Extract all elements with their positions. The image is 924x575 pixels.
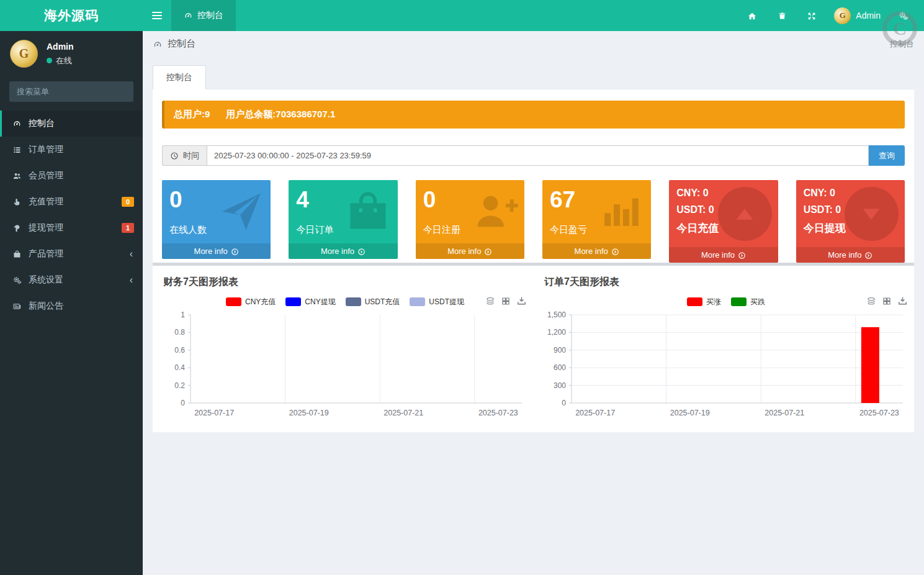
sidebar-item-4[interactable]: 提现管理1 xyxy=(0,215,143,241)
chart-legend: 买涨买跌 xyxy=(543,295,909,309)
users-icon xyxy=(12,171,22,181)
more-info-link[interactable]: More info xyxy=(289,243,397,259)
fullscreen-button[interactable] xyxy=(799,0,824,31)
save-image-button[interactable] xyxy=(516,295,527,306)
legend-item-CNY充值[interactable]: CNY充值 xyxy=(226,297,276,307)
sidebar-item-3[interactable]: 充值管理0 xyxy=(0,189,143,215)
more-info-link[interactable]: More info xyxy=(796,247,905,263)
stat-value: 4 xyxy=(296,188,390,213)
gauge-icon xyxy=(153,40,163,50)
arrow-circle-icon xyxy=(357,248,366,256)
grid-icon xyxy=(501,296,511,306)
sidebar-item-7[interactable]: 新闻公告 xyxy=(0,293,143,319)
time-filter: 时间 查询 xyxy=(162,145,905,166)
brand-logo[interactable]: 海外源码 xyxy=(0,0,143,31)
chart-canvas[interactable]: 00.20.40.60.812025-07-172025-07-192025-0… xyxy=(162,310,528,420)
chart-title: 订单7天图形报表 xyxy=(544,276,909,289)
sidebar-item-label: 产品管理 xyxy=(29,248,63,260)
arrow-circle-icon xyxy=(864,251,872,260)
stat-label: 今日充值 xyxy=(676,221,770,235)
svg-text:0: 0 xyxy=(181,399,185,407)
chevron-left-icon: ‹ xyxy=(130,249,133,259)
sidebar-item-1[interactable]: 订单管理 xyxy=(0,137,143,163)
expand-icon xyxy=(807,10,817,20)
download-icon xyxy=(897,296,908,306)
more-info-link[interactable]: More info xyxy=(162,243,271,259)
legend-item-买跌[interactable]: 买跌 xyxy=(731,297,765,307)
sidebar-item-label: 提现管理 xyxy=(29,222,63,233)
avatar: G xyxy=(834,7,851,24)
clock-icon xyxy=(170,152,179,160)
info-box-3: 67今日盈亏More info xyxy=(542,180,651,259)
navbar-tab-dashboard[interactable]: 控制台 xyxy=(171,0,236,31)
hand-down-icon xyxy=(12,224,22,233)
legend-label: USDT充值 xyxy=(365,297,400,307)
tab-dashboard[interactable]: 控制台 xyxy=(153,65,206,89)
sidebar-item-2[interactable]: 会员管理 xyxy=(0,163,143,189)
svg-text:2025-07-19: 2025-07-19 xyxy=(289,409,329,417)
sidebar-item-5[interactable]: 产品管理‹ xyxy=(0,241,143,267)
svg-text:2025-07-21: 2025-07-21 xyxy=(384,409,423,417)
legend-item-USDT充值[interactable]: USDT充值 xyxy=(346,297,400,307)
legend-item-CNY提现[interactable]: CNY提现 xyxy=(285,297,335,307)
sidebar-item-0[interactable]: 控制台 xyxy=(0,111,143,137)
grid-icon xyxy=(882,296,892,306)
sidebar-item-label: 会员管理 xyxy=(29,170,63,181)
sidebar: G Admin 在线 控制台订单管理会员管理充值管理0提现管理1产品管理‹系统设… xyxy=(0,31,143,575)
gears-icon xyxy=(12,276,22,285)
trash-icon xyxy=(778,11,787,21)
trash-button[interactable] xyxy=(769,0,794,31)
svg-text:1,500: 1,500 xyxy=(547,310,566,319)
svg-text:2025-07-19: 2025-07-19 xyxy=(670,409,710,417)
stack-toggle-button[interactable] xyxy=(866,295,876,306)
stat-value: 0 xyxy=(169,188,263,213)
stat-label: 今日订单 xyxy=(296,224,390,236)
legend-item-USDT提现[interactable]: USDT提现 xyxy=(410,297,464,307)
sidebar-item-6[interactable]: 系统设置‹ xyxy=(0,267,143,293)
stack-icon xyxy=(866,296,876,306)
data-view-button[interactable] xyxy=(501,295,511,306)
chart-toolbox xyxy=(866,295,908,306)
arrow-circle-icon xyxy=(231,248,239,256)
home-button[interactable] xyxy=(740,0,765,31)
svg-text:2025-07-23: 2025-07-23 xyxy=(478,409,518,417)
menu-search-input[interactable] xyxy=(9,81,133,102)
sidebar-item-label: 系统设置 xyxy=(29,274,63,286)
charts-panel: 财务7天图形报表CNY充值CNY提现USDT充值USDT提现00.20.40.6… xyxy=(153,266,914,432)
date-range-input[interactable] xyxy=(207,145,869,166)
sidebar-item-label: 订单管理 xyxy=(29,144,63,155)
gauge-icon xyxy=(184,11,193,21)
data-view-button[interactable] xyxy=(882,295,892,306)
stat-label: 今日注册 xyxy=(423,224,517,236)
menu-badge: 0 xyxy=(122,197,134,207)
stat-label: 今日提现 xyxy=(804,221,897,235)
legend-item-买涨[interactable]: 买涨 xyxy=(687,297,721,307)
stack-toggle-button[interactable] xyxy=(485,295,495,306)
user-menu[interactable]: G Admin xyxy=(829,7,886,24)
stat-line1: CNY: 0 xyxy=(676,188,770,199)
sidebar-user-panel: G Admin 在线 xyxy=(0,31,143,78)
more-info-link[interactable]: More info xyxy=(416,243,524,259)
gauge-icon xyxy=(12,119,22,129)
save-image-button[interactable] xyxy=(897,295,908,306)
chart-1: 订单7天图形报表买涨买跌03006009001,2001,5002025-07-… xyxy=(536,272,917,422)
info-box-5: CNY: 0USDT: 0今日提现More info xyxy=(796,180,905,263)
stack-icon xyxy=(485,296,495,306)
settings-button[interactable] xyxy=(890,0,915,31)
svg-text:2025-07-21: 2025-07-21 xyxy=(765,409,804,417)
legend-label: CNY提现 xyxy=(305,297,335,307)
gauge-icon xyxy=(153,38,163,49)
sidebar-toggle-button[interactable] xyxy=(143,0,171,31)
stat-label: 今日盈亏 xyxy=(550,224,644,236)
more-info-link[interactable]: More info xyxy=(542,243,651,259)
bar-买涨[interactable] xyxy=(861,327,879,403)
chart-canvas[interactable]: 03006009001,2001,5002025-07-172025-07-19… xyxy=(543,310,909,420)
query-button[interactable]: 查询 xyxy=(869,145,905,166)
sidebar-search xyxy=(9,81,133,102)
more-info-link[interactable]: More info xyxy=(669,247,778,263)
tabs-row: 控制台 xyxy=(143,55,924,89)
legend-label: USDT提现 xyxy=(429,297,464,307)
expand-icon xyxy=(807,11,817,21)
sidebar-item-label: 新闻公告 xyxy=(29,301,63,312)
svg-text:0.6: 0.6 xyxy=(174,346,185,355)
